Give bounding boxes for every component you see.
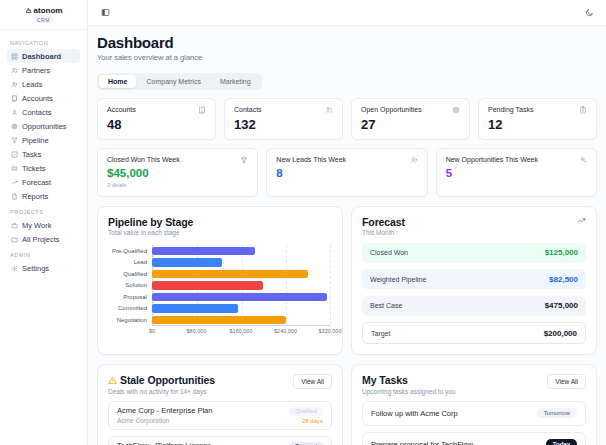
main-area: Dashboard Your sales overview at a glanc…	[88, 0, 606, 445]
stat-label: Open Opportunities	[361, 106, 422, 113]
forecast-label: Best Case	[370, 302, 402, 309]
chart-track	[152, 245, 330, 257]
sidebar-item[interactable]: Accounts	[7, 91, 80, 105]
sidebar-item[interactable]: Settings	[7, 261, 80, 275]
pipeline-bar	[152, 304, 238, 313]
chart-category-label: Lead	[108, 259, 152, 265]
sidebar-item-icon	[11, 151, 18, 158]
sidebar-item[interactable]: Opportunities	[7, 119, 80, 133]
tab[interactable]: Marketing	[211, 75, 260, 88]
project-items: My Work All Projects	[7, 218, 80, 246]
week-stat-card: New Leads This Week 8	[266, 148, 427, 197]
sidebar-item-label: Pipeline	[22, 136, 49, 145]
stat-card-icon	[325, 106, 333, 114]
sidebar-item-label: Tickets	[22, 164, 45, 173]
sidebar-item-icon	[11, 109, 18, 116]
chart-track	[152, 291, 330, 303]
sidebar-item[interactable]: Forecast	[7, 175, 80, 189]
admin-items: Settings	[7, 261, 80, 275]
tasks-view-all-button[interactable]: View All	[547, 374, 586, 389]
stat-cards: Accounts 48 Contacts 132 Open Opportunit…	[97, 98, 597, 140]
sidebar-toggle-button[interactable]	[98, 6, 112, 20]
sidebar-item[interactable]: Pipeline	[7, 133, 80, 147]
warning-icon	[108, 376, 117, 385]
sidebar-item[interactable]: Tasks	[7, 147, 80, 161]
task-row[interactable]: Follow up with Acme Corp Tomorrow	[362, 401, 586, 426]
chart-track	[152, 280, 330, 292]
chart-category-label: Qualified	[108, 271, 152, 277]
moon-icon	[585, 8, 594, 17]
sidebar-item-icon	[11, 179, 18, 186]
week-stat-value: 8	[276, 167, 417, 179]
forecast-row: Best Case $475,000	[362, 296, 586, 316]
projects-section-label: Projects	[10, 209, 80, 215]
sidebar-item[interactable]: Dashboard	[7, 49, 80, 63]
stat-card-icon	[452, 106, 460, 114]
week-stat-card: New Opportunities This Week 5	[436, 148, 597, 197]
pipeline-bar	[152, 316, 286, 325]
forecast-value: $475,000	[545, 301, 578, 310]
stale-view-all-button[interactable]: View All	[293, 374, 332, 389]
sidebar-item[interactable]: Tickets	[7, 161, 80, 175]
forecast-value: $82,500	[549, 275, 578, 284]
task-row[interactable]: Prepare proposal for TechFlow Today	[362, 432, 586, 445]
tab[interactable]: Home	[99, 75, 136, 88]
sidebar-nav: Navigation Dashboard Partners Leads Acco…	[0, 30, 87, 279]
week-stat-label: New Leads This Week	[276, 156, 346, 163]
stat-card-icon	[198, 106, 206, 114]
stat-value: 27	[361, 117, 460, 132]
week-stat-label: New Opportunities This Week	[446, 156, 538, 163]
chart-row: Proposal	[108, 291, 332, 303]
sidebar-item[interactable]: Leads	[7, 77, 80, 91]
sidebar-item-icon	[11, 53, 18, 60]
sidebar-item[interactable]: My Work	[7, 218, 80, 232]
task-items: Follow up with Acme Corp Tomorrow Prepar…	[362, 401, 586, 445]
forecast-row: Weighted Pipeline $82,500	[362, 269, 586, 289]
chart-category-label: Negotiation	[108, 317, 152, 323]
chart-row: Qualified	[108, 268, 332, 280]
theme-toggle-button[interactable]	[582, 6, 596, 20]
chart-row: Lead	[108, 257, 332, 269]
week-stat-note	[276, 182, 417, 189]
sidebar-item-icon	[11, 95, 18, 102]
week-stat-icon	[410, 156, 418, 164]
tab[interactable]: Company Metrics	[137, 75, 209, 88]
pipeline-bar	[152, 258, 222, 267]
axis-tick-label: $240,000	[274, 328, 297, 334]
topbar	[88, 0, 606, 26]
logo-text: atonom	[34, 6, 63, 15]
sidebar-item-label: Contacts	[22, 108, 52, 117]
app-root: atonom CRM Navigation Dashboard Partners…	[0, 0, 606, 445]
week-stat-value: $45,000	[107, 167, 248, 179]
sidebar-item[interactable]: Reports	[7, 189, 80, 203]
chart-row: Negotiation	[108, 314, 332, 326]
sidebar-item[interactable]: Partners	[7, 63, 80, 77]
forecast-row: Target $200,000	[362, 322, 586, 344]
panel-left-icon	[101, 8, 110, 17]
sidebar-item[interactable]: All Projects	[7, 232, 80, 246]
chart-track	[152, 257, 330, 269]
nav-section-label: Navigation	[10, 40, 80, 46]
axis-tick-label: $80,000	[187, 328, 207, 334]
admin-section-label: Admin	[10, 252, 80, 258]
sidebar: atonom CRM Navigation Dashboard Partners…	[0, 0, 88, 445]
sidebar-item-label: Opportunities	[22, 122, 67, 131]
stale-opportunity-row[interactable]: Acme Corp - Enterprise Plan Acme Corpora…	[108, 401, 332, 430]
trending-up-icon	[577, 216, 586, 225]
axis-tick-label: $0	[149, 328, 155, 334]
nav-items: Dashboard Partners Leads Accounts Contac…	[7, 49, 80, 203]
chart-category-label: Solution	[108, 282, 152, 288]
sidebar-item-label: Partners	[22, 66, 50, 75]
logo[interactable]: atonom CRM	[0, 0, 87, 30]
pipeline-subtitle: Total value in each stage	[108, 229, 193, 236]
stat-label: Contacts	[234, 106, 262, 113]
chart-category-label: Pre-Qualified	[108, 248, 152, 254]
sidebar-item-icon	[11, 137, 18, 144]
chart-track	[152, 303, 330, 315]
sidebar-item-icon	[11, 165, 18, 172]
stale-opportunity-row[interactable]: TechFlow - Platform License TechFlow Sol…	[108, 436, 332, 445]
stat-card: Contacts 132	[224, 98, 343, 140]
sidebar-item[interactable]: Contacts	[7, 105, 80, 119]
stale-opportunities-panel: Stale Opportunities Deals with no activi…	[97, 364, 343, 445]
opportunity-company: Acme Corporation	[117, 417, 212, 424]
